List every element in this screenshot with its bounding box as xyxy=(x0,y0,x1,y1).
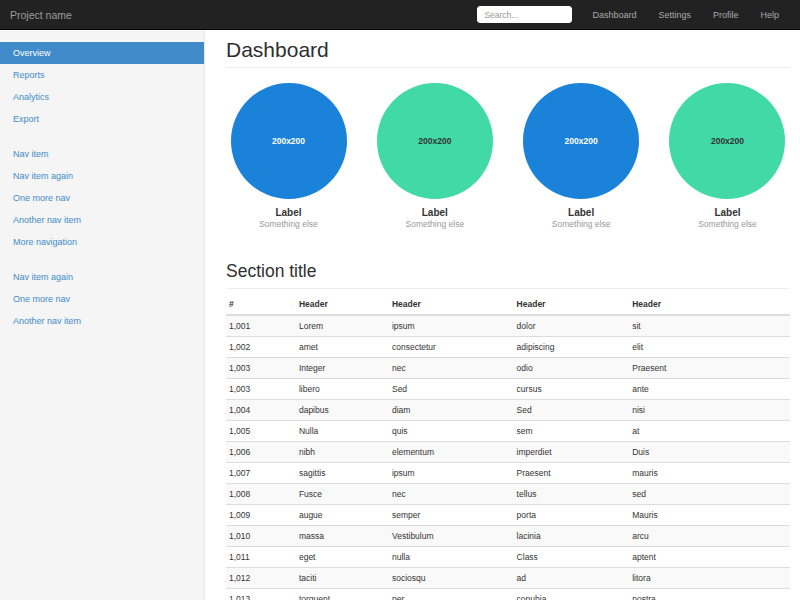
sidebar-item-another-nav-item[interactable]: Another nav item xyxy=(0,209,204,231)
table-cell: sed xyxy=(629,484,790,505)
sidebar-item-reports[interactable]: Reports xyxy=(0,64,204,86)
search-input[interactable] xyxy=(477,6,572,23)
table-cell: quis xyxy=(389,421,514,442)
table-cell: diam xyxy=(389,400,514,421)
placeholder-sublabel: Something else xyxy=(372,219,497,230)
table-cell: Nulla xyxy=(296,421,389,442)
table-cell: elementum xyxy=(389,442,514,463)
table-cell: dolor xyxy=(514,315,630,337)
table-cell: nisi xyxy=(629,400,790,421)
page-title: Dashboard xyxy=(226,38,790,68)
table-cell: litora xyxy=(629,568,790,589)
table-cell: 1,010 xyxy=(226,526,296,547)
placeholder-label: Label xyxy=(519,207,644,219)
table-cell: porta xyxy=(514,505,630,526)
navbar-link-help[interactable]: Help xyxy=(749,0,790,30)
table-cell: ipsum xyxy=(389,315,514,337)
table-cell: consectetur xyxy=(389,337,514,358)
placeholder-figure-2: 200x200LabelSomething else xyxy=(372,83,497,230)
table-row: 1,003liberoSedcursusante xyxy=(226,379,790,400)
data-table: #HeaderHeaderHeaderHeader 1,001Loremipsu… xyxy=(226,294,790,600)
table-cell: Lorem xyxy=(296,315,389,337)
sidebar-item-nav-item-again[interactable]: Nav item again xyxy=(0,266,204,288)
table-cell: nulla xyxy=(389,547,514,568)
table-row: 1,005Nullaquissemat xyxy=(226,421,790,442)
table-cell: Class xyxy=(514,547,630,568)
table-cell: sociosqu xyxy=(389,568,514,589)
table-cell: Praesent xyxy=(514,463,630,484)
table-row: 1,011egetnullaClassaptent xyxy=(226,547,790,568)
table-row: 1,002ametconsecteturadipiscingelit xyxy=(226,337,790,358)
table-cell: nec xyxy=(389,358,514,379)
table-header-cell: Header xyxy=(296,294,389,315)
table-cell: per xyxy=(389,589,514,600)
sidebar-item-more-navigation[interactable]: More navigation xyxy=(0,231,204,253)
table-cell: sit xyxy=(629,315,790,337)
table-row: 1,009auguesemperportaMauris xyxy=(226,505,790,526)
placeholder-label: Label xyxy=(226,207,351,219)
sidebar-item-nav-item-again[interactable]: Nav item again xyxy=(0,165,204,187)
sidebar-item-overview[interactable]: Overview xyxy=(0,42,204,64)
sidebar-group-3: Nav item againOne more navAnother nav it… xyxy=(0,266,204,332)
table-cell: cursus xyxy=(514,379,630,400)
brand-link[interactable]: Project name xyxy=(0,0,82,30)
table-header-cell: Header xyxy=(514,294,630,315)
sidebar-item-analytics[interactable]: Analytics xyxy=(0,86,204,108)
table-row: 1,004dapibusdiamSednisi xyxy=(226,400,790,421)
table-row: 1,003IntegernecodioPraesent xyxy=(226,358,790,379)
table-cell: nec xyxy=(389,484,514,505)
placeholder-image-circle: 200x200 xyxy=(231,83,347,199)
table-cell: 1,003 xyxy=(226,358,296,379)
table-cell: 1,004 xyxy=(226,400,296,421)
table-cell: 1,006 xyxy=(226,442,296,463)
sidebar-item-another-nav-item[interactable]: Another nav item xyxy=(0,310,204,332)
table-cell: tellus xyxy=(514,484,630,505)
sidebar-item-nav-item[interactable]: Nav item xyxy=(0,143,204,165)
sidebar-item-one-more-nav[interactable]: One more nav xyxy=(0,187,204,209)
table-cell: taciti xyxy=(296,568,389,589)
navbar-link-dashboard[interactable]: Dashboard xyxy=(581,0,647,30)
page-layout: OverviewReportsAnalyticsExportNav itemNa… xyxy=(0,30,800,600)
placeholder-sublabel: Something else xyxy=(665,219,790,230)
top-navbar: Project name DashboardSettingsProfileHel… xyxy=(0,0,800,30)
navbar-link-profile[interactable]: Profile xyxy=(702,0,750,30)
table-row: 1,008Fuscenectellussed xyxy=(226,484,790,505)
table-row: 1,013torquentperconubianostra xyxy=(226,589,790,600)
navbar-link-settings[interactable]: Settings xyxy=(647,0,702,30)
table-cell: Vestibulum xyxy=(389,526,514,547)
table-header-row: #HeaderHeaderHeaderHeader xyxy=(226,294,790,315)
table-header-cell: Header xyxy=(389,294,514,315)
table-cell: Sed xyxy=(514,400,630,421)
table-cell: at xyxy=(629,421,790,442)
section-title: Section title xyxy=(226,260,790,289)
placeholder-label: Label xyxy=(665,207,790,219)
table-row: 1,010massaVestibulumlaciniaarcu xyxy=(226,526,790,547)
table-cell: 1,007 xyxy=(226,463,296,484)
main-content: Dashboard 200x200LabelSomething else200x… xyxy=(205,30,800,600)
table-cell: 1,012 xyxy=(226,568,296,589)
sidebar-item-export[interactable]: Export xyxy=(0,108,204,130)
placeholder-sublabel: Something else xyxy=(519,219,644,230)
table-cell: Sed xyxy=(389,379,514,400)
table-cell: Mauris xyxy=(629,505,790,526)
table-cell: dapibus xyxy=(296,400,389,421)
table-cell: Praesent xyxy=(629,358,790,379)
table-cell: Fusce xyxy=(296,484,389,505)
table-cell: 1,008 xyxy=(226,484,296,505)
placeholder-image-circle: 200x200 xyxy=(377,83,493,199)
table-cell: odio xyxy=(514,358,630,379)
table-cell: massa xyxy=(296,526,389,547)
table-cell: sagittis xyxy=(296,463,389,484)
table-cell: 1,002 xyxy=(226,337,296,358)
placeholder-figure-3: 200x200LabelSomething else xyxy=(519,83,644,230)
sidebar-item-one-more-nav[interactable]: One more nav xyxy=(0,288,204,310)
table-cell: ante xyxy=(629,379,790,400)
table-cell: 1,009 xyxy=(226,505,296,526)
placeholder-image-circle: 200x200 xyxy=(523,83,639,199)
table-cell: sem xyxy=(514,421,630,442)
placeholder-sublabel: Something else xyxy=(226,219,351,230)
table-cell: ad xyxy=(514,568,630,589)
placeholder-row: 200x200LabelSomething else200x200LabelSo… xyxy=(226,83,790,230)
placeholder-image-circle: 200x200 xyxy=(669,83,785,199)
table-cell: Integer xyxy=(296,358,389,379)
